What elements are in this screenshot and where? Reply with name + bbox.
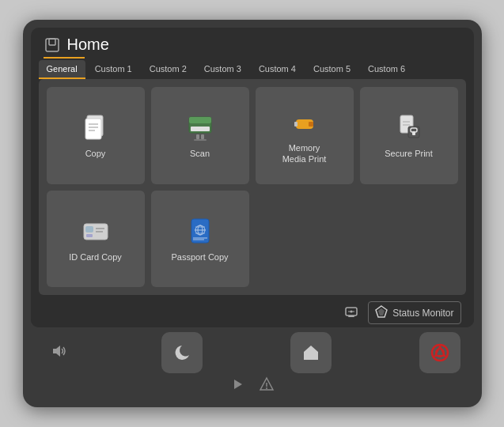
svg-rect-9 (191, 127, 210, 131)
home-icon (44, 36, 61, 54)
passport-copy-label: Passport Copy (171, 251, 228, 263)
app-tile-empty-1 (256, 191, 354, 288)
apps-row-1: Copy Scan (47, 87, 458, 184)
secure-print-label: Secure Print (385, 148, 433, 159)
svg-marker-40 (378, 308, 385, 316)
scan-icon (184, 111, 216, 143)
apps-grid: Copy Scan (39, 79, 466, 295)
status-monitor-gem-icon (375, 305, 388, 320)
app-tile-memory-media-print[interactable]: Memory Media Print (256, 87, 354, 184)
screen-header: Home (31, 28, 474, 57)
svg-marker-41 (53, 346, 60, 357)
home-button[interactable] (290, 332, 332, 373)
svg-rect-15 (294, 122, 297, 127)
bottom-controls (31, 327, 474, 375)
svg-rect-8 (189, 117, 211, 123)
scan-label: Scan (190, 148, 210, 159)
apps-row-2: ID Card Copy (47, 191, 458, 288)
stop-button[interactable] (419, 332, 460, 373)
network-icon (343, 304, 360, 322)
tab-custom4[interactable]: Custom 4 (251, 60, 304, 79)
sleep-button[interactable] (161, 332, 203, 373)
svg-rect-14 (309, 122, 313, 127)
status-monitor-label: Status Monitor (392, 308, 453, 319)
tab-custom6[interactable]: Custom 6 (360, 60, 413, 79)
page-title: Home (67, 36, 109, 54)
svg-rect-1 (49, 39, 55, 45)
app-tile-passport-copy[interactable]: Passport Copy (151, 191, 249, 288)
svg-rect-3 (85, 119, 101, 139)
tab-custom1[interactable]: Custom 1 (87, 60, 140, 79)
svg-rect-11 (201, 134, 204, 139)
svg-rect-23 (85, 226, 93, 232)
copy-icon (80, 111, 112, 143)
svg-marker-47 (234, 380, 242, 389)
id-card-copy-label: ID Card Copy (69, 251, 122, 263)
tab-custom3[interactable]: Custom 3 (196, 60, 249, 79)
svg-rect-26 (86, 234, 93, 237)
tabs-bar: General Custom 1 Custom 2 Custom 3 Custo… (31, 60, 474, 79)
app-tile-empty-2 (360, 191, 458, 288)
speaker-icon (44, 342, 74, 364)
status-monitor-button[interactable]: Status Monitor (368, 301, 460, 324)
passport-icon (184, 215, 216, 247)
svg-rect-21 (412, 131, 415, 135)
copy-label: Copy (85, 148, 106, 159)
app-tile-copy[interactable]: Copy (47, 87, 145, 184)
app-tile-id-card-copy[interactable]: ID Card Copy (47, 191, 145, 288)
forward-arrow-icon (230, 376, 246, 396)
screen: Home General Custom 1 Custom 2 Custom 3 … (31, 28, 474, 327)
tab-custom5[interactable]: Custom 5 (305, 60, 358, 79)
warning-icon (259, 376, 275, 396)
app-tile-secure-print[interactable]: Secure Print (360, 87, 458, 184)
device-body: Home General Custom 1 Custom 2 Custom 3 … (23, 20, 482, 407)
svg-rect-10 (196, 134, 199, 139)
svg-rect-43 (309, 355, 313, 360)
usb-icon (289, 106, 320, 138)
app-tile-scan[interactable]: Scan (151, 87, 249, 184)
svg-rect-12 (194, 139, 207, 141)
svg-point-50 (266, 387, 267, 389)
svg-rect-36 (348, 316, 354, 317)
id-card-icon (80, 215, 112, 247)
secure-print-icon (393, 111, 425, 143)
bottom-arrows (230, 375, 275, 399)
tab-custom2[interactable]: Custom 2 (142, 60, 195, 79)
tab-general[interactable]: General (39, 60, 85, 79)
status-bar: Status Monitor (31, 298, 474, 327)
memory-media-print-label: Memory Media Print (282, 142, 327, 165)
title-underline (44, 57, 85, 59)
